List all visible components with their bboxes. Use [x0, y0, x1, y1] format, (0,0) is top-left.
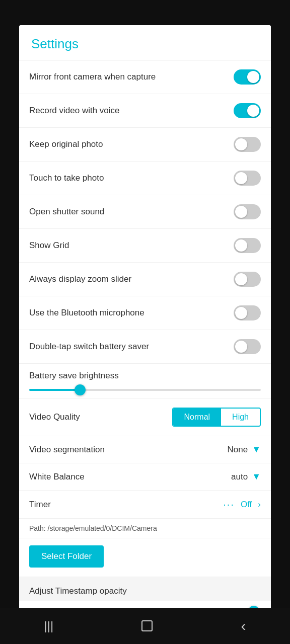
- keep-original-slider: [234, 137, 261, 152]
- battery-brightness-fill: [29, 389, 80, 391]
- keep-original-label: Keep original photo: [29, 139, 234, 149]
- timestamp-section-header: Adjust Timestamp opacity: [19, 577, 271, 601]
- record-toggle[interactable]: [234, 103, 261, 118]
- dialog-title: Settings: [31, 36, 79, 51]
- mirror-row: Mirror front camera when capture: [19, 60, 271, 94]
- timer-dots-icon[interactable]: ···: [223, 499, 235, 510]
- bluetooth-toggle[interactable]: [234, 305, 261, 320]
- timer-controls: ··· Off ›: [223, 499, 261, 510]
- mirror-label: Mirror front camera when capture: [29, 72, 234, 82]
- white-balance-label: White Balance: [29, 472, 85, 482]
- mirror-slider: [234, 69, 261, 85]
- video-seg-arrow: ▼: [252, 444, 261, 455]
- battery-saver-toggle[interactable]: [234, 339, 261, 354]
- timestamp-section-title: Adjust Timestamp opacity: [29, 586, 127, 596]
- shutter-toggle[interactable]: [234, 204, 261, 219]
- video-quality-normal-btn[interactable]: Normal: [173, 409, 222, 426]
- battery-brightness-thumb[interactable]: [75, 384, 86, 395]
- settings-dialog: Settings Mirror front camera when captur…: [19, 25, 271, 619]
- record-slider: [234, 103, 261, 118]
- white-balance-arrow: ▼: [252, 471, 261, 482]
- white-balance-select[interactable]: auto ▼: [195, 471, 261, 482]
- video-seg-label: Video segmentation: [29, 445, 105, 455]
- touch-row: Touch to take photo: [19, 162, 271, 195]
- video-quality-segmented: Normal High: [172, 408, 261, 427]
- nav-menu-icon[interactable]: |||: [44, 619, 54, 633]
- video-seg-row: Video segmentation None ▼: [19, 436, 271, 463]
- video-seg-value: None: [228, 445, 248, 455]
- white-balance-value: auto: [231, 472, 248, 482]
- select-folder-row: Select Folder: [19, 538, 271, 577]
- video-quality-high-btn[interactable]: High: [221, 409, 260, 426]
- bluetooth-label: Use the Bluetooth microphone: [29, 308, 234, 318]
- timer-row: Timer ··· Off ›: [19, 491, 271, 519]
- timer-value: Off: [241, 500, 252, 510]
- nav-bar: ||| ‹: [0, 608, 290, 644]
- keep-original-row: Keep original photo: [19, 128, 271, 162]
- nav-home-icon[interactable]: [141, 620, 153, 631]
- video-quality-row: Video Quality Normal High: [19, 398, 271, 436]
- dialog-header: Settings: [19, 25, 271, 60]
- show-grid-label: Show Grid: [29, 240, 234, 251]
- shutter-row: Open shutter sound: [19, 195, 271, 229]
- bluetooth-slider: [234, 305, 261, 320]
- select-folder-button[interactable]: Select Folder: [29, 545, 104, 568]
- zoom-slider-label: Always display zoom slider: [29, 274, 234, 284]
- timer-label: Timer: [29, 500, 51, 510]
- shutter-label: Open shutter sound: [29, 207, 234, 217]
- battery-saver-label: Double-tap switch battery saver: [29, 342, 234, 352]
- battery-brightness-track[interactable]: [29, 389, 261, 391]
- video-quality-label: Video Quality: [29, 412, 172, 422]
- touch-slider: [234, 171, 261, 186]
- touch-toggle[interactable]: [234, 171, 261, 186]
- battery-brightness-row: Battery save brightness: [19, 364, 271, 398]
- mirror-toggle[interactable]: [234, 69, 261, 85]
- white-balance-row: White Balance auto ▼: [19, 463, 271, 491]
- zoom-slider-row: Always display zoom slider: [19, 263, 271, 296]
- path-text: Path: /storage/emulated/0/DCIM/Camera: [29, 524, 157, 532]
- path-row: Path: /storage/emulated/0/DCIM/Camera: [19, 519, 271, 538]
- timer-arrow-icon[interactable]: ›: [258, 500, 261, 510]
- show-grid-row: Show Grid: [19, 229, 271, 263]
- bluetooth-row: Use the Bluetooth microphone: [19, 296, 271, 330]
- battery-saver-row: Double-tap switch battery saver: [19, 330, 271, 364]
- dialog-content: Mirror front camera when capture Record …: [19, 60, 271, 619]
- nav-back-icon[interactable]: ‹: [241, 617, 246, 634]
- zoom-slider-thumb: [234, 272, 261, 287]
- battery-saver-slider: [234, 339, 261, 354]
- battery-brightness-label: Battery save brightness: [29, 371, 261, 381]
- record-row: Record video with voice: [19, 94, 271, 128]
- show-grid-toggle[interactable]: [234, 238, 261, 253]
- record-label: Record video with voice: [29, 106, 234, 116]
- keep-original-toggle[interactable]: [234, 137, 261, 152]
- shutter-slider: [234, 204, 261, 219]
- zoom-slider-toggle[interactable]: [234, 272, 261, 287]
- show-grid-slider: [234, 238, 261, 253]
- touch-label: Touch to take photo: [29, 173, 234, 183]
- video-seg-select[interactable]: None ▼: [195, 444, 261, 455]
